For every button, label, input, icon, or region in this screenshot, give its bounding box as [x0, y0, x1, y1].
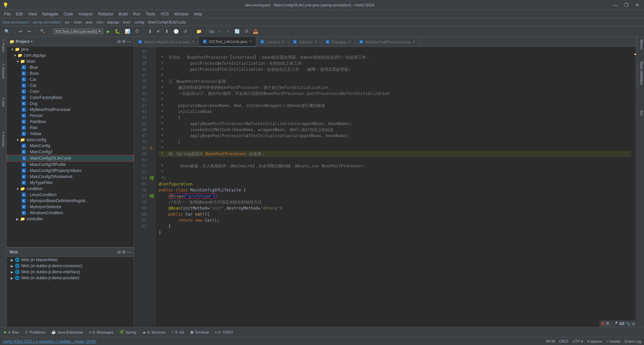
git-check2-btn[interactable]: ✓ — [224, 28, 231, 35]
tree-mainconfig2[interactable]: C ↑ MainConfig2 — [7, 149, 134, 155]
editor-scrollbar[interactable] — [634, 47, 637, 327]
tree-mybeanpostprocessor[interactable]: C ↑ MyBeanPostProcessor — [7, 107, 134, 113]
tree-mytypefilter[interactable]: C ↑ MyTypeFilter — [7, 180, 134, 186]
update-message[interactable]: IntelliJ IDEA 2020.1.4 available: // Upd… — [3, 339, 96, 343]
breadcrumb-item[interactable]: com — [96, 20, 103, 24]
tree-blue[interactable]: C ↑ Blue — [7, 64, 134, 70]
line-ending[interactable]: CRLF — [559, 339, 569, 343]
tree-mainconfigoflifecycle[interactable]: C ↑ MainConfigOfLifeCycle — [7, 155, 134, 162]
menu-run[interactable]: Run — [130, 10, 143, 18]
git-branch[interactable]: ⑂ master — [606, 339, 621, 343]
tree-color[interactable]: C ↑ Color — [7, 89, 134, 95]
git-shelve-btn[interactable]: 📥 — [251, 28, 260, 35]
web-settings-icon[interactable]: ⚙ — [122, 250, 126, 254]
breadcrumb-item[interactable]: spring-annotation — [33, 20, 61, 24]
collapse-all-icon[interactable]: ⊟ — [117, 39, 121, 44]
debug-btn[interactable]: 🐛 — [113, 28, 122, 35]
search-everywhere-btn[interactable]: 🔍 — [3, 28, 11, 35]
tab-close-ioctest[interactable]: ✕ — [249, 40, 252, 43]
git-update-btn[interactable]: ⬇ — [147, 28, 154, 35]
event-log-btn[interactable]: Event Log — [625, 339, 641, 343]
bottom-tab-todo[interactable]: ≡ 6: TODO — [212, 330, 235, 335]
tab-cat[interactable]: C Cat.java ✕ — [289, 37, 321, 47]
breadcrumb-item[interactable]: config — [134, 20, 144, 24]
maximize-button[interactable]: ❐ — [622, 2, 631, 8]
tree-car[interactable]: C ↑ Car — [7, 76, 134, 82]
tree-mainconfigofpropertyvalues[interactable]: C ↑ MainConfigOfPropertyValues — [7, 168, 134, 174]
git-revert-btn[interactable]: ↺ — [182, 28, 189, 35]
undo-btn[interactable]: ↩ — [17, 28, 24, 35]
tab-close-dog[interactable]: ✕ — [348, 40, 351, 44]
structure-icon[interactable]: 2: Structure — [1, 62, 6, 80]
breadcrumb-item[interactable]: java — [86, 20, 92, 24]
breadcrumb-item[interactable]: boot — [123, 20, 130, 24]
menu-analyze[interactable]: Analyze — [76, 10, 96, 18]
menu-view[interactable]: View — [25, 10, 40, 18]
tree-mainconifgofautowired[interactable]: C ↑ MainConifgOfAutowired — [7, 174, 134, 180]
breadcrumb-item[interactable]: idea-workspace — [3, 20, 29, 24]
tree-colorfactorybean[interactable]: C ↑ ColorFactoryBean — [7, 95, 134, 101]
tree-java-folder[interactable]: ▼ 📁 java — [7, 46, 134, 52]
tab-close-mainconfig[interactable]: ✕ — [192, 40, 195, 44]
tree-boss[interactable]: C ↑ Boss — [7, 70, 134, 76]
git-commit-btn[interactable]: ✔ — [155, 28, 162, 35]
menu-vcs[interactable]: VCS — [158, 10, 172, 18]
bottom-tab-terminal[interactable]: ▣ Terminal — [187, 329, 212, 335]
web-icon[interactable]: 3: Web — [1, 96, 6, 108]
menu-window[interactable]: Window — [171, 10, 191, 18]
tree-bootconfig-folder[interactable]: ▼ 📁 boot.config — [7, 137, 134, 143]
tree-mainconfigofprofile[interactable]: C ↑ MainConfigOfProfile — [7, 162, 134, 168]
project-dropdown-icon[interactable]: ▾ — [31, 40, 33, 43]
web-collapse-icon[interactable]: ⊟ — [117, 250, 121, 254]
git-history-btn[interactable]: 🕐 — [172, 28, 180, 35]
run-with-coverage-btn[interactable]: 📊 — [123, 28, 132, 35]
tab-close-cat[interactable]: ✕ — [315, 40, 317, 44]
build-btn[interactable]: 🔨 — [38, 28, 47, 35]
tree-yellow[interactable]: C ↑ Yellow — [7, 131, 134, 137]
code-editor[interactable]: 33 34 35 36 37 38 39 40 41 42 43 44 45 4… — [134, 47, 637, 327]
menu-build[interactable]: Build — [116, 10, 130, 18]
tab-close-mybpp[interactable]: ✕ — [413, 40, 415, 44]
tab-mybeanpostprocessor[interactable]: C MyBeanPostProcessor.java ✕ — [355, 37, 420, 47]
favorites-icon[interactable]: 2: Favorites — [1, 130, 6, 148]
minimize-button[interactable]: — — [611, 2, 620, 8]
git-branches-btn[interactable]: 📁 — [195, 28, 203, 35]
web-item-dubbo-consumer[interactable]: ▶ 🌐 Web (in dubbo-jt-demo-consumer) — [7, 263, 134, 269]
redo-btn[interactable]: ↪ — [25, 28, 33, 35]
tree-mainconfig[interactable]: C ↑ MainConfig — [7, 143, 134, 149]
tree-condition-folder[interactable]: ▼ 📁 condition — [7, 186, 134, 192]
run-config-selector[interactable]: IOCTest_LifeCycle.test01 ▾ — [53, 28, 104, 35]
run-btn[interactable]: ▶ — [105, 28, 112, 35]
right-tab-maven[interactable]: Maven — [637, 37, 644, 52]
web-close-icon[interactable]: — — [127, 250, 131, 254]
bottom-tab-run[interactable]: ▶ 4: Run — [1, 329, 21, 335]
bottom-tab-services[interactable]: ☁ 8: Services — [140, 329, 168, 335]
menu-refactor[interactable]: Refactor — [96, 10, 116, 18]
tree-myimportbeandefinitionregistr[interactable]: C ↑ MyImportBeanDefinitionRegistr... — [7, 198, 134, 204]
bottom-tab-problems[interactable]: ⚠ Problems — [22, 329, 48, 335]
git-push-btn[interactable]: ⬆ — [163, 28, 170, 35]
tab-close-car[interactable]: ✕ — [282, 40, 284, 44]
settings-icon[interactable]: ⚙ — [122, 39, 126, 44]
close-panel-icon[interactable]: — — [127, 39, 131, 44]
tree-cat[interactable]: C ↑ Cat — [7, 82, 134, 89]
profile-btn[interactable]: ⏱ — [133, 28, 141, 35]
git-revert2-btn[interactable]: ↺ — [243, 28, 250, 35]
tree-red[interactable]: C ↑ Red — [7, 125, 134, 131]
breadcrumb-item[interactable]: atguigu — [107, 20, 119, 24]
git-refresh-btn[interactable]: 🔄 — [233, 28, 241, 35]
tab-mainconfig[interactable]: C MainConfigOfLifeCycle.java ✕ — [134, 37, 199, 47]
bottom-tab-javaee[interactable]: ☕ Java Enterprise — [49, 329, 86, 335]
code-content[interactable]: * 方式4）、BeanPostProcessor【interface】：bean… — [156, 47, 634, 327]
cursor-position[interactable]: 49:38 — [546, 339, 555, 343]
tree-dog[interactable]: C ↑ Dog — [7, 101, 134, 107]
close-button[interactable]: ✕ — [633, 2, 641, 8]
menu-help[interactable]: Help — [191, 10, 205, 18]
menu-edit[interactable]: Edit — [13, 10, 25, 18]
tree-linuxcondition[interactable]: C ↑ LinuxCondition — [7, 192, 134, 198]
menu-code[interactable]: Code — [61, 10, 76, 18]
tree-atguigu-folder[interactable]: ▼ 📁 com.atguigu — [7, 52, 134, 58]
menu-file[interactable]: File — [1, 10, 13, 18]
tree-rainbow[interactable]: C ↑ RainBow — [7, 119, 134, 125]
web-item-dubbo-interface[interactable]: ▶ 🌐 Web (in dubbo-jt-demo-interface) — [7, 269, 134, 275]
